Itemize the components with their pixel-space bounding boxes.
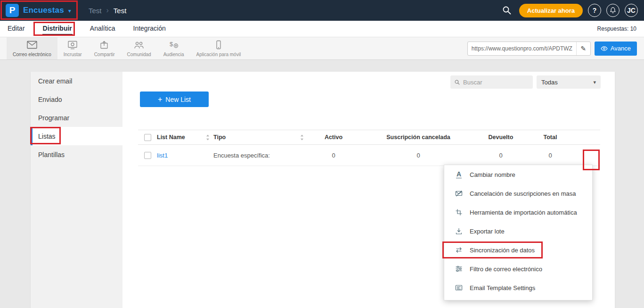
list-tipo: Encuesta específica: [213,152,270,159]
tab-distribuir[interactable]: Distribuir [42,23,73,35]
sort-icon[interactable] [206,134,210,141]
toolbar-item-movil[interactable]: Aplicación para móvil [190,37,247,59]
select-all-checkbox[interactable] [144,134,151,141]
community-icon [133,40,145,50]
responses-count[interactable]: Respuestas: 10 [597,25,636,32]
row-checkbox[interactable] [144,152,151,159]
list-name-link[interactable]: list1 [157,152,168,159]
breadcrumb-page: Test [114,7,127,15]
lists-table: List Name Tipo Activo Suscripción cancel… [138,130,600,166]
menu-item-email-template-settings[interactable]: Email Template Settings [444,278,592,297]
col-header-tipo: Tipo [213,134,226,141]
list-search [450,75,533,89]
table-row: list1 Encuesta específica: 0 0 0 0 [138,145,600,166]
sidebar-item-label: Plantillas [38,151,65,158]
svg-text:$: $ [170,41,173,48]
breadcrumb: Test › Test [89,6,126,15]
menu-item-label: Herramienta de importación automática [470,209,577,216]
filter-dropdown[interactable]: Todas ▾ [537,75,601,89]
list-total-count: 0 [524,152,576,159]
tab-integracion[interactable]: Integración [133,23,166,35]
menu-item-cambiar-nombre[interactable]: A Cambiar nombre [444,165,592,184]
preview-button[interactable]: Avance [595,42,637,56]
mobile-app-icon [214,40,223,50]
list-actions-menu: A Cambiar nombre Cancelación de suscripc… [444,165,593,300]
survey-url-input[interactable] [468,45,576,52]
col-header-suscripcion: Suscripción cancelada [359,134,477,141]
sidebar-item-label: Listas [38,133,56,140]
email-sidebar: Crear email Enviado Programar Listas Pla… [31,72,122,308]
audience-icon: $ [168,40,179,50]
sidebar-item-label: Programar [38,114,69,122]
col-header-list-name: List Name [157,134,185,141]
menu-item-filtro-correo[interactable]: Filtro de correo electrónico [444,259,592,278]
caret-down-icon: ▾ [68,8,71,14]
toolbar-item-label: Aplicación para móvil [196,52,241,57]
embed-icon [67,40,78,50]
share-icon [99,40,110,50]
sidebar-item-crear-email[interactable]: Crear email [31,72,122,90]
menu-item-label: Filtro de correo electrónico [470,266,542,273]
search-icon[interactable] [500,3,514,17]
edit-url-pencil-icon[interactable]: ✎ [576,42,590,55]
survey-tabs: Editar Distribuir Analítica Integración … [0,21,644,37]
sidebar-item-plantillas[interactable]: Plantillas [31,145,122,164]
search-input[interactable] [463,79,529,86]
col-header-activo: Activo [308,134,359,141]
menu-item-label: Exportar lote [470,228,505,235]
list-devuelto-count: 0 [477,152,524,159]
menu-item-sincronizacion-datos[interactable]: Sincronización de datos [444,241,592,259]
toolbar-item-label: Audiencia [163,52,184,57]
menu-item-importacion-automatica[interactable]: Herramienta de importación automática [444,203,592,222]
new-list-button[interactable]: + New List [140,92,209,107]
tab-analitica[interactable]: Analítica [90,23,116,35]
notifications-bell-icon[interactable] [606,4,620,17]
chevron-right-icon: › [106,6,109,15]
search-icon [454,79,460,85]
sidebar-item-listas[interactable]: Listas [31,127,122,145]
toolbar-item-audiencia[interactable]: $ Audiencia [157,37,190,59]
questionpro-app: P Encuestas ▾ Test › Test Actualizar aho… [0,0,644,308]
template-icon [455,284,463,291]
sort-icon[interactable] [300,134,304,141]
breadcrumb-survey[interactable]: Test [89,7,102,15]
email-icon [26,40,38,50]
topbar-actions: Actualizar ahora ? JC [500,3,638,17]
toolbar-item-incrustar[interactable]: Incrustar [57,37,88,59]
list-activo-count: 0 [308,152,359,159]
list-controls: Todas ▾ [450,75,601,89]
preview-button-label: Avance [611,45,631,52]
update-now-button[interactable]: Actualizar ahora [519,4,583,17]
distribute-toolbar: Correo electrónico Incrustar Compartir C… [0,37,644,60]
list-suscripcion-count: 0 [359,152,477,159]
auto-import-icon [455,208,463,216]
top-bar: P Encuestas ▾ Test › Test Actualizar aho… [0,0,644,21]
product-switcher[interactable]: P Encuestas ▾ [6,4,76,17]
toolbar-item-comunidad[interactable]: Comunidad [121,37,157,59]
new-list-button-label: New List [165,96,191,103]
questionpro-logo: P [6,4,19,17]
sidebar-item-enviado[interactable]: Enviado [31,90,122,108]
toolbar-item-compartir[interactable]: Compartir [88,37,121,59]
toolbar-item-email[interactable]: Correo electrónico [7,37,57,59]
tab-editar[interactable]: Editar [7,23,25,35]
menu-item-cancelacion-suscripciones[interactable]: Cancelación de suscripciones en masa [444,184,592,203]
unsubscribe-icon [455,190,463,197]
toolbar-item-label: Incrustar [64,52,82,57]
table-header-row: List Name Tipo Activo Suscripción cancel… [138,130,600,145]
menu-item-label: Email Template Settings [470,284,535,291]
col-header-devuelto: Devuelto [477,134,524,141]
eye-icon [601,46,608,51]
menu-item-exportar-lote[interactable]: Exportar lote [444,222,592,241]
user-avatar[interactable]: JC [625,4,638,17]
export-icon [455,227,463,235]
toolbar-item-label: Compartir [94,52,115,57]
rename-icon: A [455,171,463,178]
sidebar-item-programar[interactable]: Programar [31,108,122,127]
sidebar-item-label: Enviado [38,96,62,103]
toolbar-right: ✎ Avance [467,37,637,59]
help-button[interactable]: ? [588,4,601,17]
col-header-total: Total [524,134,576,141]
plus-icon: + [158,95,162,104]
toolbar-item-label: Correo electrónico [13,52,51,57]
